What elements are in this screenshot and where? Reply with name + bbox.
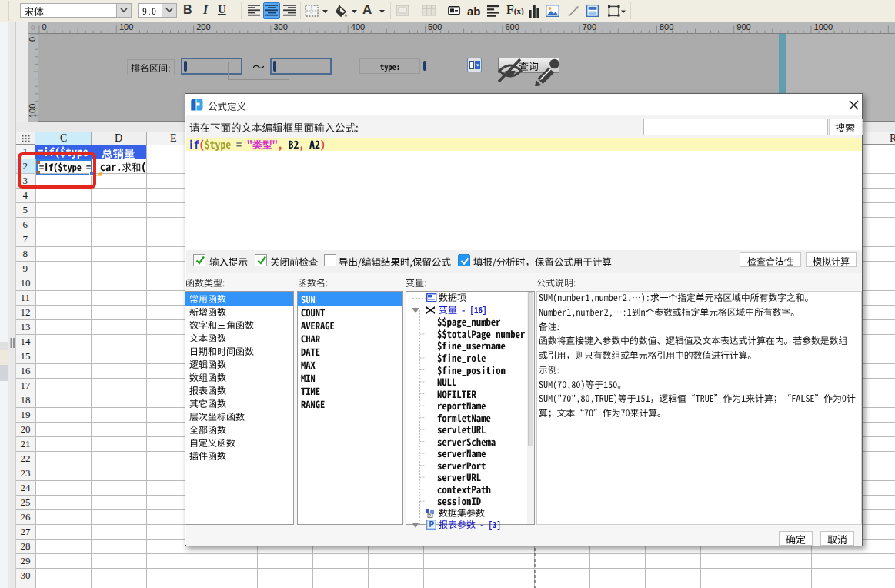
svg-text:P: P — [429, 521, 434, 530]
svg-text:0: 0 — [28, 37, 37, 42]
svg-text:100: 100 — [28, 104, 37, 118]
svg-text:?: ? — [429, 513, 431, 518]
